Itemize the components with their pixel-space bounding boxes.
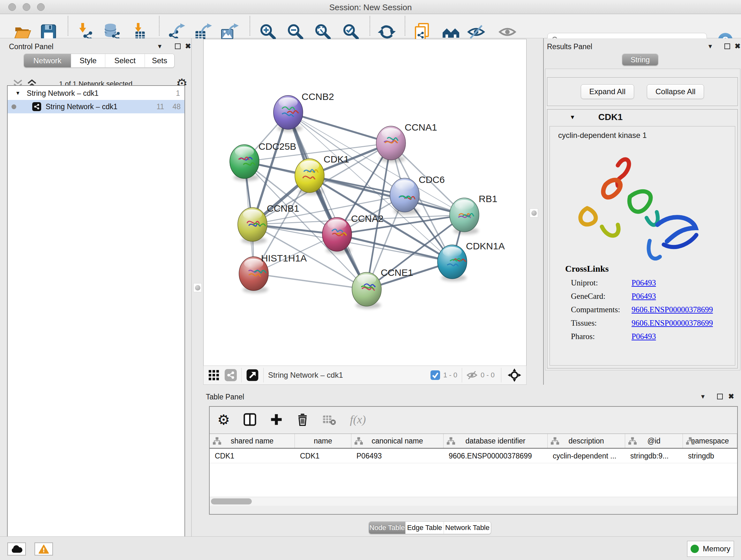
crosslink-pharos[interactable]: P06493 — [631, 332, 656, 341]
table-cell[interactable]: P06493 — [351, 449, 444, 463]
table-row[interactable]: CDK1CDK1P064939606.ENSP00000378699cyclin… — [210, 449, 737, 463]
network-canvas[interactable]: CCNB2CCNA1CDC25BCDK1CDC6RB1CCNB1CCNA2CDK… — [203, 39, 527, 366]
add-column-icon[interactable] — [270, 413, 283, 426]
column-header-canonical-name[interactable]: canonical name — [351, 434, 444, 448]
node-label-CDKN1A: CDKN1A — [466, 241, 505, 251]
table-settings-gear-icon[interactable]: ⚙ — [217, 412, 230, 428]
column-type-network-icon — [551, 437, 559, 445]
table-panel-close-button[interactable]: ✖ — [728, 392, 734, 401]
table-cell[interactable]: 9606.ENSP00000378699 — [444, 449, 548, 463]
network-node-CCNB2[interactable] — [273, 96, 303, 132]
crosslink-compartments[interactable]: 9606.ENSP00000378699 — [631, 305, 713, 314]
crosslink-genecard[interactable]: P06493 — [631, 292, 656, 301]
column-header-namespace[interactable]: namespace — [683, 434, 737, 448]
network-collection-row[interactable]: ▼ String Network – cdk1 1 — [8, 86, 185, 100]
delete-column-icon[interactable] — [296, 413, 309, 426]
home-network-icon[interactable] — [442, 23, 460, 41]
results-panel-float-button[interactable] — [724, 44, 730, 49]
right-splitter-handle[interactable] — [530, 208, 538, 217]
zoom-selected-icon[interactable] — [342, 23, 360, 41]
function-builder-icon[interactable]: f(x) — [350, 413, 366, 426]
column-header-shared-name[interactable]: shared name — [210, 434, 295, 448]
table-cell[interactable]: stringdb:9... — [625, 449, 683, 463]
toolbar-separator — [159, 16, 159, 36]
tab-style[interactable]: Style — [71, 54, 105, 67]
tab-sets[interactable]: Sets — [145, 54, 174, 67]
tab-select[interactable]: Select — [105, 54, 145, 67]
zoom-fit-icon[interactable] — [314, 23, 332, 41]
network-tree: ▼ String Network – cdk1 1 String Network… — [7, 85, 185, 560]
network-node-CCNB1[interactable] — [238, 207, 267, 244]
table-cell[interactable]: CDK1 — [295, 449, 351, 463]
network-node-CCNE1[interactable] — [352, 272, 381, 309]
table-panel-float-button[interactable] — [717, 394, 723, 399]
collapse-all-button[interactable]: Collapse All — [647, 84, 704, 99]
node-label-CCNE1: CCNE1 — [381, 267, 413, 278]
table-horizontal-scrollbar[interactable] — [210, 497, 737, 506]
control-panel-menu-button[interactable]: ▾ — [158, 42, 161, 51]
control-panel-close-button[interactable]: ✖ — [185, 42, 191, 51]
network-node-CDC25B[interactable] — [230, 145, 259, 181]
column-header-description[interactable]: description — [548, 434, 625, 448]
delete-table-icon[interactable] — [322, 414, 336, 425]
tab-network[interactable]: Network — [24, 54, 71, 67]
tab-string[interactable]: String — [622, 54, 658, 65]
column-header-name[interactable]: name — [295, 434, 351, 448]
selected-checkbox-icon[interactable] — [430, 370, 440, 380]
memory-button[interactable]: Memory — [687, 541, 734, 557]
right-splitter[interactable] — [527, 38, 543, 385]
network-node-CDK1[interactable] — [295, 159, 324, 195]
network-row-selected[interactable]: String Network – cdk1 11 48 — [8, 100, 185, 113]
network-status-dot-icon — [11, 105, 16, 109]
tab-network-table[interactable]: Network Table — [444, 522, 491, 534]
titlebar: Session: New Session — [0, 0, 741, 14]
table-panel-menu-button[interactable]: ▾ — [701, 392, 704, 401]
node-table-container: ⚙ f(x) — [209, 406, 738, 515]
left-splitter[interactable] — [192, 38, 203, 537]
scrollbar-thumb[interactable] — [211, 498, 252, 504]
birdseye-navigator-icon[interactable] — [508, 368, 521, 382]
select-columns-icon[interactable] — [243, 413, 257, 426]
export-image-icon[interactable] — [221, 23, 239, 41]
refresh-icon[interactable] — [378, 23, 396, 41]
table-cell[interactable]: stringdb — [683, 449, 737, 463]
cloud-button[interactable] — [7, 543, 26, 556]
results-panel-close-button[interactable]: ✖ — [735, 42, 740, 51]
results-panel-title: Results Panel — [547, 43, 592, 51]
expand-all-button[interactable]: Expand All — [581, 84, 634, 99]
hidden-eye-icon[interactable] — [467, 370, 477, 381]
results-panel-menu-button[interactable]: ▾ — [709, 42, 712, 51]
toolbar-separator — [250, 16, 250, 36]
table-cell[interactable]: cyclin-dependent ... — [548, 449, 625, 463]
zoom-in-icon[interactable] — [259, 23, 277, 41]
network-share-view-icon[interactable] — [225, 369, 237, 381]
tree-expand-icon[interactable]: ▼ — [15, 90, 20, 96]
table-panel-tabs: Node Table Edge Table Network Table — [368, 521, 491, 534]
copy-network-icon[interactable] — [414, 23, 431, 41]
network-node-RB1[interactable] — [450, 198, 479, 234]
network-node-CCNA2[interactable] — [322, 217, 352, 254]
network-node-CDKN1A[interactable] — [437, 245, 467, 281]
table-cell[interactable]: CDK1 — [210, 449, 295, 463]
control-panel-float-button[interactable] — [175, 44, 181, 49]
column-header-database-identifier[interactable]: database identifier — [444, 434, 548, 448]
crosslink-tissues[interactable]: 9606.ENSP00000378699 — [631, 319, 713, 327]
column-header--id[interactable]: @id — [625, 434, 683, 448]
open-in-window-icon[interactable] — [246, 369, 259, 381]
status-bar: Memory — [0, 537, 741, 560]
zoom-out-icon[interactable] — [286, 23, 305, 41]
selected-count: 1 - 0 — [443, 371, 457, 379]
show-eye-icon[interactable] — [498, 23, 516, 41]
tab-edge-table[interactable]: Edge Table — [406, 522, 444, 534]
crosslink-uniprot[interactable]: P06493 — [631, 278, 656, 287]
left-splitter-handle[interactable] — [193, 283, 202, 292]
network-edge-CCNB2-CCNA1[interactable] — [288, 112, 391, 143]
hide-eye-icon[interactable] — [467, 23, 485, 41]
grid-view-icon[interactable] — [208, 369, 219, 381]
tab-node-table[interactable]: Node Table — [369, 522, 406, 534]
network-node-CCNA1[interactable] — [376, 126, 406, 163]
entry-collapse-icon[interactable]: ▼ — [569, 114, 576, 121]
network-edge-HIST1H1A-CCNE1[interactable] — [254, 273, 367, 289]
warning-button[interactable] — [35, 543, 53, 556]
node-label-CCNA2: CCNA2 — [351, 213, 384, 224]
